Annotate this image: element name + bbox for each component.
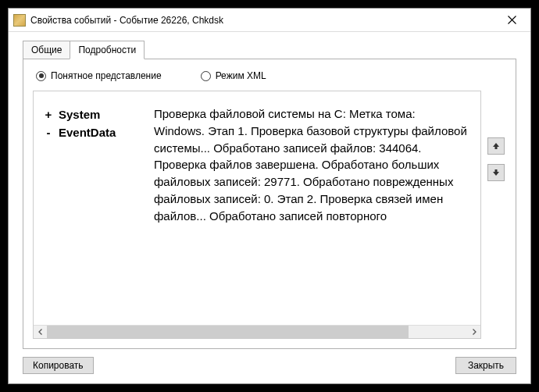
copy-button[interactable]: Копировать	[23, 357, 94, 374]
content-row: + System - EventData Проверка файловой с…	[33, 91, 506, 339]
scroll-thumb[interactable]	[47, 326, 409, 339]
scroll-track[interactable]	[47, 326, 467, 339]
event-properties-window: Свойства событий - Событие 26226, Chkdsk…	[8, 8, 531, 384]
tree-view: + System - EventData	[45, 105, 154, 317]
close-icon	[508, 16, 516, 24]
tree-collapse-icon: -	[45, 126, 52, 139]
radio-xml-view[interactable]: Режим XML	[201, 70, 266, 81]
previous-event-button[interactable]	[487, 137, 505, 155]
dialog-body: Общие Подробности Понятное представление…	[9, 32, 530, 383]
window-title: Свойства событий - Событие 26226, Chkdsk	[30, 15, 494, 26]
content-pane: + System - EventData Проверка файловой с…	[33, 91, 481, 339]
tab-panel-details: Понятное представление Режим XML + Syste…	[23, 59, 516, 349]
tree-item-label: EventData	[59, 126, 116, 139]
chevron-left-icon	[37, 329, 44, 335]
tree-item-label: System	[59, 108, 100, 121]
tab-general[interactable]: Общие	[23, 41, 70, 59]
app-icon	[13, 14, 26, 27]
event-nav-buttons	[487, 91, 506, 339]
radio-dot-icon	[36, 71, 46, 81]
horizontal-scrollbar[interactable]	[34, 325, 480, 338]
radio-dot-icon	[201, 71, 211, 81]
scroll-right-button[interactable]	[467, 326, 480, 339]
tree-expand-icon: +	[45, 108, 52, 121]
close-button[interactable]: Закрыть	[455, 357, 516, 374]
tab-details[interactable]: Подробности	[70, 41, 145, 59]
event-detail-text: Проверка файловой системы на C: Метка то…	[154, 105, 468, 317]
arrow-down-icon	[492, 169, 500, 176]
tree-item-eventdata[interactable]: - EventData	[45, 123, 154, 141]
dialog-buttons: Копировать Закрыть	[23, 349, 516, 374]
titlebar: Свойства событий - Событие 26226, Chkdsk	[9, 9, 530, 32]
scroll-left-button[interactable]	[34, 326, 47, 339]
radio-xml-label: Режим XML	[216, 70, 266, 81]
tree-item-system[interactable]: + System	[45, 105, 154, 123]
content-inner: + System - EventData Проверка файловой с…	[34, 91, 480, 325]
next-event-button[interactable]	[487, 164, 505, 181]
radio-friendly-view[interactable]: Понятное представление	[36, 70, 162, 81]
view-mode-radio-group: Понятное представление Режим XML	[33, 69, 506, 91]
tab-strip: Общие Подробности	[23, 40, 516, 59]
arrow-up-icon	[492, 142, 500, 150]
radio-friendly-label: Понятное представление	[51, 70, 162, 81]
window-close-button[interactable]	[494, 9, 529, 31]
chevron-right-icon	[471, 329, 477, 335]
